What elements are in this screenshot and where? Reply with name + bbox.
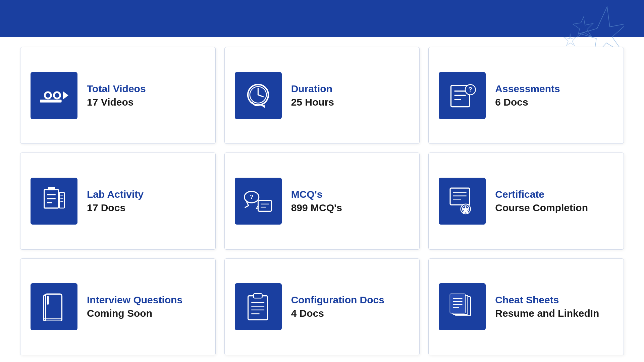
interview-questions-text: Interview QuestionsComing Soon	[87, 294, 182, 319]
total-videos-label: Total Videos	[87, 83, 146, 95]
configuration-docs-label: Configuration Docs	[291, 294, 384, 306]
mcqs-icon: ?	[235, 178, 282, 225]
assessments-label: Assessments	[495, 83, 560, 95]
svg-marker-5	[63, 91, 68, 100]
cheat-sheets-value: Resume and LinkedIn	[495, 308, 599, 319]
header	[0, 0, 644, 37]
mcqs-value: 899 MCQ's	[291, 202, 342, 214]
interview-questions-value: Coming Soon	[87, 308, 182, 319]
cheat-sheets-label: Cheat Sheets	[495, 294, 599, 306]
cards-grid: Total Videos17 Videos Duration25 Hours ?…	[0, 37, 644, 362]
card-certificate: CertificateCourse Completion	[428, 153, 624, 249]
duration-value: 25 Hours	[291, 97, 334, 108]
certificate-text: CertificateCourse Completion	[495, 189, 588, 214]
card-total-videos: Total Videos17 Videos	[20, 47, 216, 144]
svg-text:?: ?	[468, 86, 472, 93]
svg-rect-39	[47, 296, 49, 305]
duration-icon	[235, 72, 282, 119]
lab-activity-text: Lab Activity17 Docs	[87, 189, 144, 214]
assessments-icon: ?	[439, 72, 486, 119]
svg-line-9	[258, 95, 263, 97]
lab-activity-icon	[31, 178, 77, 225]
svg-rect-22	[59, 192, 64, 208]
card-mcqs: ? MCQ's899 MCQ's	[224, 153, 420, 249]
mcqs-label: MCQ's	[291, 189, 342, 200]
card-lab-activity: Lab Activity17 Docs	[20, 153, 216, 249]
svg-point-3	[55, 93, 59, 98]
interview-questions-label: Interview Questions	[87, 294, 182, 306]
svg-rect-41	[254, 294, 262, 298]
svg-rect-4	[40, 100, 62, 103]
svg-marker-10	[262, 105, 265, 108]
configuration-docs-value: 4 Docs	[291, 308, 384, 319]
certificate-icon	[439, 178, 486, 225]
svg-rect-49	[450, 294, 465, 313]
duration-text: Duration25 Hours	[291, 83, 334, 108]
configuration-docs-text: Configuration Docs4 Docs	[291, 294, 384, 319]
certificate-label: Certificate	[495, 189, 588, 200]
svg-text:?: ?	[250, 194, 253, 200]
mcqs-text: MCQ's899 MCQ's	[291, 189, 342, 214]
duration-label: Duration	[291, 83, 334, 95]
total-videos-value: 17 Videos	[87, 97, 146, 108]
cheat-sheets-icon	[439, 283, 486, 330]
lab-activity-label: Lab Activity	[87, 189, 144, 200]
interview-questions-icon	[31, 283, 77, 330]
cheat-sheets-text: Cheat SheetsResume and LinkedIn	[495, 294, 599, 319]
card-cheat-sheets: Cheat SheetsResume and LinkedIn	[428, 258, 624, 355]
svg-point-1	[46, 93, 50, 98]
card-interview-questions: Interview QuestionsComing Soon	[20, 258, 216, 355]
card-duration: Duration25 Hours	[224, 47, 420, 144]
svg-rect-28	[258, 200, 272, 211]
total-videos-icon	[31, 72, 77, 119]
certificate-value: Course Completion	[495, 202, 588, 214]
lab-activity-value: 17 Docs	[87, 202, 144, 214]
assessments-value: 6 Docs	[495, 97, 560, 108]
card-configuration-docs: Configuration Docs4 Docs	[224, 258, 420, 355]
card-assessments: ? Assessments 6 Docs	[428, 47, 624, 144]
configuration-docs-icon	[235, 283, 282, 330]
assessments-text: Assessments 6 Docs	[495, 83, 560, 108]
total-videos-text: Total Videos17 Videos	[87, 83, 146, 108]
svg-rect-21	[48, 187, 55, 190]
svg-rect-40	[248, 296, 268, 320]
svg-rect-31	[450, 188, 470, 205]
